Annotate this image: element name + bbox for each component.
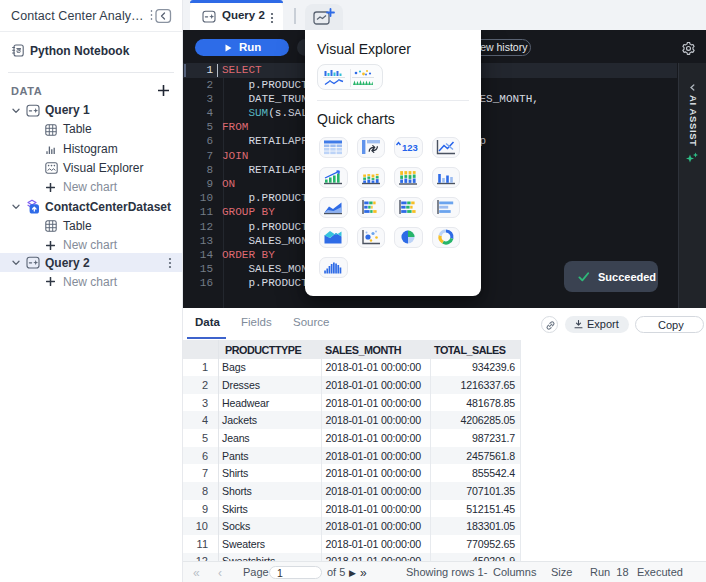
svg-text:123: 123 <box>402 142 418 153</box>
